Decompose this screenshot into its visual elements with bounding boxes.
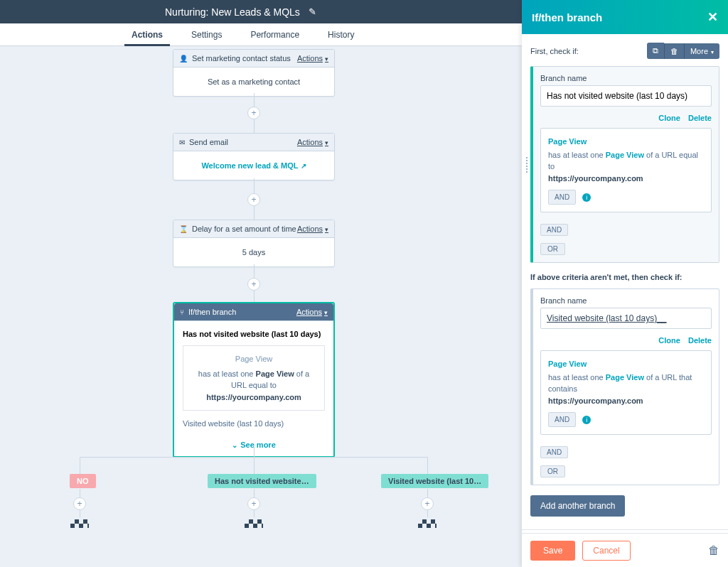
- edit-title-icon[interactable]: ✎: [309, 6, 316, 17]
- card-title: Delay for a set amount of time: [192, 225, 297, 233]
- card-actions-menu[interactable]: Actions▾: [297, 54, 328, 63]
- card-body: Set as a marketing contact: [173, 68, 334, 96]
- and-group-chip[interactable]: AND: [540, 224, 568, 236]
- panel-header: If/then branch ✕: [522, 0, 728, 34]
- connector: [254, 489, 255, 497]
- connector: [80, 457, 80, 474]
- branch-2-name: Visited website (last 10 days): [183, 419, 325, 428]
- connector: [80, 510, 80, 517]
- card-header: ⌛ Delay for a set amount of time Actions…: [173, 220, 334, 238]
- trash-icon: 🗑: [670, 47, 678, 55]
- add-step-button[interactable]: +: [421, 497, 434, 510]
- card-body: Has not visited website (last 10 days) P…: [174, 321, 333, 433]
- card-title: If/then branch: [188, 308, 296, 316]
- branch-label-1[interactable]: Has not visited website…: [208, 474, 316, 488]
- tab-actions[interactable]: Actions: [117, 23, 177, 45]
- connector: [80, 489, 80, 497]
- add-step-button[interactable]: +: [247, 497, 260, 510]
- and-group-chip[interactable]: AND: [540, 446, 568, 458]
- connector: [427, 457, 428, 474]
- connector: [254, 119, 255, 133]
- clone-branch-link[interactable]: Clone: [658, 336, 680, 345]
- and-chip[interactable]: AND: [548, 190, 576, 205]
- tab-history[interactable]: History: [314, 23, 368, 45]
- delete-branch-link[interactable]: Delete: [688, 114, 712, 122]
- card-title: Send email: [189, 138, 297, 146]
- or-chip[interactable]: OR: [540, 243, 565, 255]
- email-link[interactable]: Welcome new lead & MQL↗: [201, 161, 306, 170]
- clone-branch-link[interactable]: Clone: [658, 114, 680, 122]
- add-step-button[interactable]: +: [247, 278, 260, 291]
- add-branch-button[interactable]: Add another branch: [530, 495, 625, 517]
- card-if-then-branch[interactable]: ⑂ If/then branch Actions▾ Has not visite…: [173, 302, 335, 458]
- connector: [254, 178, 255, 193]
- add-step-button[interactable]: +: [247, 107, 260, 119]
- close-icon[interactable]: ✕: [707, 9, 718, 25]
- tab-performance[interactable]: Performance: [236, 23, 314, 45]
- branch-icon: ⑂: [180, 308, 184, 316]
- side-panel: If/then branch ✕ First, check if: ⧉ 🗑 Mo…: [522, 0, 728, 567]
- card-actions-menu[interactable]: Actions▾: [296, 308, 328, 316]
- delete-action-icon[interactable]: 🗑: [708, 544, 719, 557]
- tab-settings[interactable]: Settings: [177, 23, 236, 45]
- branch-name-label: Branch name: [540, 74, 712, 82]
- connector: [427, 489, 428, 497]
- add-step-button[interactable]: +: [73, 497, 86, 510]
- branch-2-name-input[interactable]: Visited website (last 10 days)__: [540, 308, 712, 329]
- branch-1-name-input[interactable]: [540, 85, 712, 107]
- criteria-box[interactable]: Page View has at least one Page View of …: [540, 350, 712, 435]
- card-send-email[interactable]: ✉ Send email Actions▾ Welcome new lead &…: [173, 133, 335, 180]
- criteria-type: Page View: [548, 136, 704, 148]
- end-marker-icon: [245, 519, 263, 528]
- panel-footer: Save Cancel 🗑: [522, 533, 728, 567]
- criteria-type: Page View: [548, 358, 704, 370]
- card-title: Set marketing contact status: [192, 54, 297, 63]
- criteria-url: https://yourcompany.com: [548, 174, 643, 183]
- card-set-contact-status[interactable]: 👤 Set marketing contact status Actions▾ …: [173, 49, 335, 97]
- external-link-icon: ↗: [301, 162, 306, 170]
- contact-icon: 👤: [179, 55, 188, 63]
- branch-2-box: Branch name Visited website (last 10 day…: [530, 288, 719, 485]
- delete-branch-link[interactable]: Delete: [688, 336, 712, 345]
- card-actions-menu[interactable]: Actions▾: [297, 225, 328, 233]
- connector: [254, 444, 255, 457]
- end-marker-icon: [418, 519, 437, 528]
- info-icon[interactable]: i: [582, 193, 591, 202]
- more-menu[interactable]: More▾: [684, 43, 719, 59]
- criteria-url: https://yourcompany.com: [548, 396, 643, 405]
- branch-1-name: Has not visited website (last 10 days): [183, 330, 325, 338]
- card-header: 👤 Set marketing contact status Actions▾: [173, 50, 334, 68]
- connector: [427, 510, 428, 517]
- card-delay[interactable]: ⌛ Delay for a set amount of time Actions…: [173, 220, 335, 267]
- divider: [522, 529, 728, 530]
- workflow-canvas[interactable]: 👤 Set marketing contact status Actions▾ …: [0, 46, 522, 567]
- duplicate-button[interactable]: ⧉: [647, 43, 664, 59]
- chevron-down-icon: ⌄: [232, 441, 237, 449]
- connector: [254, 457, 255, 474]
- criteria-box[interactable]: Page View has at least one Page View of …: [540, 128, 712, 212]
- branch-1-box: Branch name Clone Delete Page View has a…: [530, 66, 719, 263]
- drag-handle-icon[interactable]: [523, 71, 530, 258]
- card-header: ⑂ If/then branch Actions▾: [174, 303, 333, 321]
- card-body: 5 days: [173, 238, 334, 266]
- info-icon[interactable]: i: [582, 416, 591, 424]
- branch-label-2[interactable]: Visited website (last 10…: [381, 474, 488, 488]
- panel-body[interactable]: First, check if: ⧉ 🗑 More▾ Branch name C…: [522, 34, 728, 533]
- or-chip[interactable]: OR: [540, 465, 565, 477]
- card-body: Welcome new lead & MQL↗: [173, 151, 334, 180]
- workflow-title: Nurturing: New Leads & MQLs: [165, 6, 300, 18]
- delete-button[interactable]: 🗑: [664, 43, 684, 59]
- panel-title: If/then branch: [532, 11, 602, 23]
- end-marker-icon: [70, 519, 89, 528]
- cancel-button[interactable]: Cancel: [582, 541, 630, 561]
- branch-label-no[interactable]: NO: [70, 474, 96, 488]
- connector: [254, 206, 255, 220]
- hourglass-icon: ⌛: [179, 225, 188, 233]
- section-first-check: First, check if:: [530, 47, 579, 55]
- card-actions-menu[interactable]: Actions▾: [297, 138, 328, 146]
- card-header: ✉ Send email Actions▾: [173, 134, 334, 151]
- add-step-button[interactable]: +: [247, 193, 260, 206]
- copy-icon: ⧉: [653, 46, 658, 55]
- save-button[interactable]: Save: [530, 541, 575, 561]
- and-chip[interactable]: AND: [548, 412, 576, 427]
